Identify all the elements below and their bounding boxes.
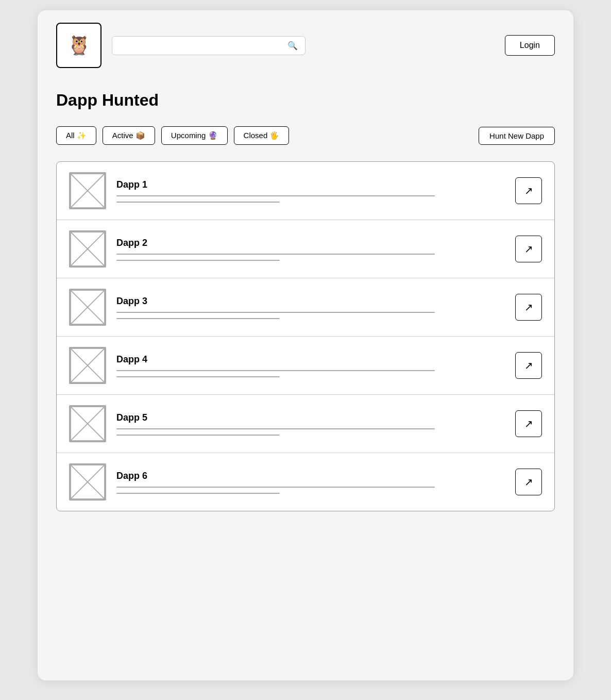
filter-all-button[interactable]: All ✨	[56, 126, 96, 145]
filter-upcoming-button[interactable]: Upcoming 🔮	[161, 126, 228, 145]
dapp-thumbnail	[69, 405, 106, 442]
hunt-new-dapp-button[interactable]: Hunt New Dapp	[479, 127, 555, 145]
dapp-line-short	[116, 318, 280, 319]
dapp-line-long	[116, 195, 435, 196]
header: 🦉 🔍 Login	[38, 10, 573, 80]
dapp-line-long	[116, 312, 435, 313]
dapp-line-short	[116, 493, 280, 494]
dapp-line-long	[116, 254, 435, 255]
dapp-line-short	[116, 260, 280, 261]
dapp-line-short	[116, 376, 280, 377]
dapp-info: Dapp 1	[116, 179, 505, 203]
logo-icon: 🦉	[67, 35, 91, 56]
list-item: Dapp 5 ↗	[57, 395, 554, 453]
dapp-name: Dapp 2	[116, 238, 505, 248]
dapp-info: Dapp 6	[116, 471, 505, 494]
dapp-thumbnail	[69, 347, 106, 384]
dapp-name: Dapp 6	[116, 471, 505, 481]
dapp-name: Dapp 4	[116, 354, 505, 365]
filter-closed-button[interactable]: Closed 🖐	[234, 126, 290, 145]
list-item: Dapp 2 ↗	[57, 220, 554, 278]
dapp-thumbnail	[69, 230, 106, 268]
dapp-info: Dapp 2	[116, 238, 505, 261]
list-item: Dapp 4 ↗	[57, 337, 554, 395]
dapp-info: Dapp 3	[116, 296, 505, 319]
dapp-line-short	[116, 435, 280, 436]
dapp-link-button[interactable]: ↗	[515, 352, 542, 379]
dapp-thumbnail	[69, 463, 106, 501]
dapp-info: Dapp 4	[116, 354, 505, 377]
logo: 🦉	[56, 23, 101, 68]
dapp-line-long	[116, 370, 435, 371]
dapp-line-long	[116, 487, 435, 488]
dapp-link-button[interactable]: ↗	[515, 410, 542, 437]
filter-row: All ✨ Active 📦 Upcoming 🔮 Closed 🖐 Hunt …	[56, 126, 555, 145]
filter-active-button[interactable]: Active 📦	[103, 126, 155, 145]
dapp-name: Dapp 3	[116, 296, 505, 307]
dapp-info: Dapp 5	[116, 412, 505, 436]
app-container: 🦉 🔍 Login Dapp Hunted All ✨ Active 📦 Upc…	[38, 10, 573, 680]
dapp-thumbnail	[69, 289, 106, 326]
dapp-line-long	[116, 428, 435, 429]
list-item: Dapp 3 ↗	[57, 278, 554, 337]
dapp-thumbnail	[69, 172, 106, 209]
dapp-line-short	[116, 202, 280, 203]
search-input[interactable]	[120, 41, 283, 50]
page-title: Dapp Hunted	[56, 91, 555, 110]
dapp-link-button[interactable]: ↗	[515, 294, 542, 321]
dapp-link-button[interactable]: ↗	[515, 236, 542, 262]
dapp-link-button[interactable]: ↗	[515, 177, 542, 204]
dapp-name: Dapp 1	[116, 179, 505, 190]
search-icon: 🔍	[287, 41, 298, 51]
main-content: Dapp Hunted All ✨ Active 📦 Upcoming 🔮 Cl…	[38, 80, 573, 532]
search-bar: 🔍	[112, 36, 306, 55]
dapp-name: Dapp 5	[116, 412, 505, 423]
list-item: Dapp 1 ↗	[57, 162, 554, 220]
dapp-list: Dapp 1 ↗	[56, 161, 555, 511]
login-button[interactable]: Login	[505, 35, 555, 56]
dapp-link-button[interactable]: ↗	[515, 469, 542, 495]
list-item: Dapp 6 ↗	[57, 453, 554, 511]
